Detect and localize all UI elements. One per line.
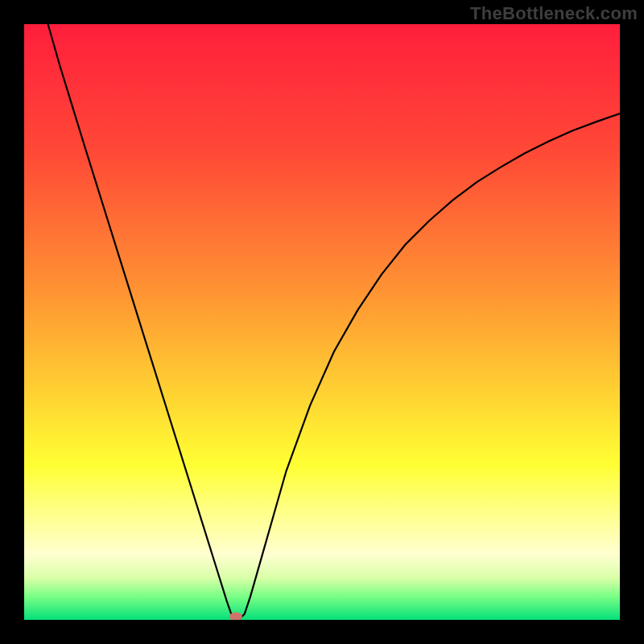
watermark-label: TheBottleneck.com [470,3,638,24]
bottleneck-curve [48,24,620,620]
plot-area [24,24,620,620]
curve-layer [24,24,620,620]
optimum-marker [229,613,242,620]
chart-frame: TheBottleneck.com [0,0,644,644]
